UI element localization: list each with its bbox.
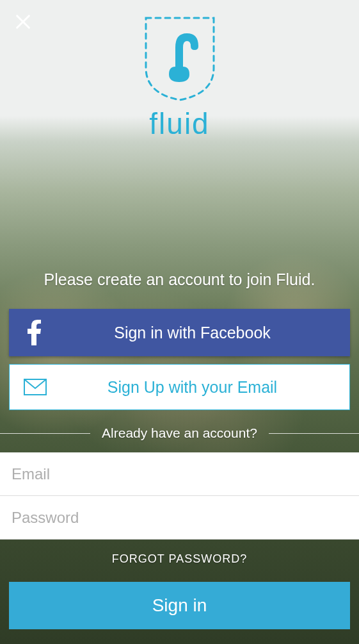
facebook-button-label: Sign in with Facebook [60, 324, 350, 342]
password-input[interactable] [0, 496, 359, 540]
logo-text: fluid [149, 106, 209, 141]
create-account-prompt: Please create an account to join Fluid. [0, 270, 359, 289]
facebook-signin-button[interactable]: Sign in with Facebook [9, 309, 350, 356]
forgot-password-link[interactable]: FORGOT PASSWORD? [0, 552, 359, 566]
signin-button[interactable]: Sign in [9, 582, 350, 629]
signin-screen: fluid Please create an account to join F… [0, 0, 359, 644]
logo: fluid [0, 13, 359, 141]
signin-button-label: Sign in [152, 595, 207, 616]
divider: Already have an account? [0, 425, 359, 441]
email-icon [10, 379, 61, 395]
login-form [0, 452, 359, 540]
logo-pocket-icon [138, 13, 221, 103]
facebook-icon [9, 320, 60, 345]
divider-line-left [0, 433, 90, 434]
divider-text: Already have an account? [90, 425, 269, 441]
email-button-label: Sign Up with your Email [61, 378, 349, 397]
divider-line-right [269, 433, 359, 434]
email-input[interactable] [0, 452, 359, 496]
email-signup-button[interactable]: Sign Up with your Email [9, 364, 350, 410]
